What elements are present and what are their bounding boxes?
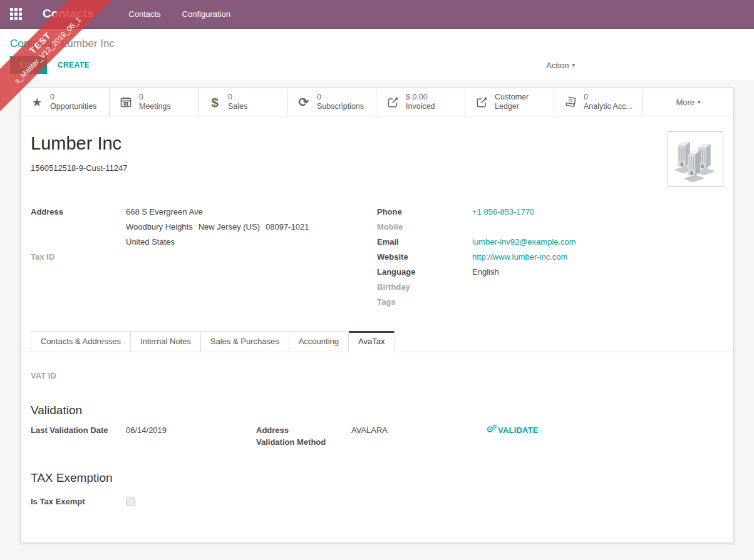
nav-menu-contacts[interactable]: Contacts [128,9,160,19]
stat-value: Customer [495,93,529,102]
language-label: Language [377,265,472,280]
validate-button[interactable]: ⚙⚙ VALIDATE [486,424,539,436]
stat-meetings-button[interactable]: 0 Meetings [110,88,199,116]
record-reference: 1560512518-9-Cust-11247 [31,163,723,173]
website-label: Website [377,250,472,265]
website-field: Website http://www.lumber-inc.com [377,250,723,265]
apps-grid-icon[interactable] [10,8,22,20]
book-icon [562,96,579,108]
calendar-icon [118,96,134,108]
stat-value: 0 [317,93,364,102]
language-value: English [472,265,499,280]
email-field: Email lumber-inv92@example.com [377,235,723,250]
stat-value: $ 0.00 [406,93,435,102]
address-label: Address [31,205,126,250]
email-link[interactable]: lumber-inv92@example.com [472,237,576,247]
is-tax-exempt-checkbox[interactable] [126,497,135,506]
address-value: 668 S Evergreen Ave Woodbury HeightsNew … [126,205,309,250]
address-city-line: Woodbury HeightsNew Jersey (US)08097-102… [126,220,309,235]
top-navbar: Contacts Contacts Configuration [0,0,754,29]
tab-avatax[interactable]: AvaTax [349,331,395,352]
notebook-tabs: Contacts & Addresses Internal Notes Sale… [21,331,733,352]
company-buildings-image [668,131,723,187]
stat-label: Sales [228,102,247,111]
stat-analytic-accounts-button[interactable]: 0 Analytic Acc... [554,88,643,116]
more-dropdown-button[interactable]: More ▾ [643,88,733,116]
validation-section-title: Validation [31,403,723,418]
nav-menus: Contacts Configuration [128,9,230,19]
stat-value: 0 [584,93,633,102]
birthday-field: Birthday [377,280,723,295]
record-header: Lumber Inc 1560512518-9-Cust-11247 [21,116,733,173]
breadcrumb-parent[interactable]: Contacts [10,38,52,49]
star-icon: ★ [29,96,45,108]
address-city: Woodbury Heights [126,222,193,232]
tab-contacts-addresses[interactable]: Contacts & Addresses [31,331,131,352]
create-button[interactable]: CREATE [58,61,90,69]
tab-internal-notes[interactable]: Internal Notes [131,331,201,352]
more-label: More [676,98,695,107]
last-validation-date-value: 06/14/2019 [126,424,256,448]
tax-id-label: Tax ID [31,250,126,265]
tab-sales-purchases[interactable]: Sales & Purchases [201,331,289,352]
edit-button[interactable]: EDIT [10,56,47,74]
stat-button-bar: ★ 0 Opportunities 0 [21,88,733,116]
phone-field: Phone +1 856-853-1770 [377,205,723,220]
field-grid: Address 668 S Evergreen Ave Woodbury Hei… [21,173,733,310]
vat-id-field: VAT ID [31,371,723,380]
stat-opportunities-button[interactable]: ★ 0 Opportunities [21,88,110,116]
language-field: Language English [377,265,723,280]
mobile-field: Mobile [377,220,723,235]
caret-down-icon: ▾ [698,99,701,105]
form-sheet: ★ 0 Opportunities 0 [20,88,734,543]
is-tax-exempt-field: Is Tax Exempt [31,497,723,507]
stat-subscriptions-button[interactable]: ⟳ 0 Subscriptions [287,88,376,116]
tags-field: Tags [377,295,723,310]
stat-sales-button[interactable]: $ 0 Sales [199,88,287,116]
breadcrumb-separator: / [55,38,58,49]
pencil-square-icon [473,96,490,108]
phone-link[interactable]: +1 856-853-1770 [472,207,534,216]
tax-id-field: Tax ID [31,250,377,265]
website-link[interactable]: http://www.lumber-inc.com [472,252,567,262]
vat-id-label: VAT ID [31,371,56,380]
mobile-label: Mobile [377,220,472,235]
action-dropdown[interactable]: Action ▾ [546,61,575,70]
refresh-icon: ⟳ [296,96,312,108]
nav-app-title[interactable]: Contacts [43,7,93,21]
tags-label: Tags [377,295,472,310]
stat-label: Ledger [495,102,529,111]
right-field-column: Phone +1 856-853-1770 Mobile Email lumbe… [377,205,723,310]
address-street: 668 S Evergreen Ave [126,205,309,220]
stat-label: Opportunities [50,102,96,111]
record-title: Lumber Inc [31,133,723,154]
stat-customer-ledger-button[interactable]: Customer Ledger [465,88,554,116]
birthday-label: Birthday [377,280,472,295]
validate-label: VALIDATE [498,424,539,436]
address-zip: 08097-1021 [266,222,309,232]
stat-label: Invoiced [406,102,435,111]
tax-exemption-section-title: TAX Exemption [31,471,723,486]
caret-down-icon: ▾ [572,62,575,68]
email-label: Email [377,235,472,250]
nav-menu-configuration[interactable]: Configuration [182,9,230,19]
action-label: Action [546,61,569,70]
breadcrumb-current: Lumber Inc [61,38,115,49]
stat-value: 0 [228,93,247,102]
address-state: New Jersey (US) [199,222,260,232]
is-tax-exempt-label: Is Tax Exempt [31,497,126,507]
avatax-tab-content: VAT ID Validation Last Validation Date 0… [21,352,733,532]
stat-label: Subscriptions [317,102,364,111]
control-panel: Contacts/Lumber Inc EDIT CREATE Action ▾ [0,29,754,80]
last-validation-date-label: Last Validation Date [31,424,126,448]
tab-accounting[interactable]: Accounting [289,331,349,352]
address-field: Address 668 S Evergreen Ave Woodbury Hei… [31,205,377,250]
address-country: United States [126,235,309,250]
stat-invoiced-button[interactable]: $ 0.00 Invoiced [376,88,465,116]
control-buttons: EDIT CREATE Action ▾ [10,56,744,74]
breadcrumb: Contacts/Lumber Inc [10,37,744,50]
stat-label: Meetings [139,102,171,111]
pencil-square-icon [385,96,401,108]
gears-icon: ⚙⚙ [486,424,497,437]
stat-label: Analytic Acc... [584,102,633,111]
